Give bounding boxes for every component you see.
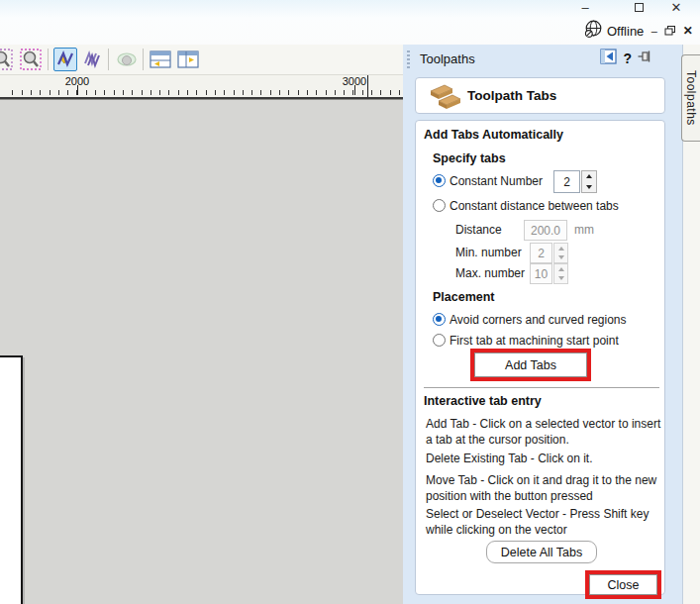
window-close-button[interactable]: ✕ xyxy=(661,0,691,15)
offline-status-label: Offline xyxy=(607,24,644,39)
interactive-tab-entry-heading: Interactive tab entry xyxy=(424,394,542,408)
toolbar-separator xyxy=(108,49,109,70)
ruler-ticks xyxy=(4,90,400,95)
highlight-box-close: Close xyxy=(585,570,661,599)
section-separator xyxy=(424,387,659,388)
spin-down-button xyxy=(554,253,567,263)
toolbar-separator xyxy=(143,49,144,70)
constant-number-spinner xyxy=(581,170,597,193)
constant-number-input[interactable]: 2 xyxy=(553,170,580,193)
distance-label: Distance xyxy=(455,223,502,237)
document-close-button[interactable]: ✕ xyxy=(681,24,694,38)
max-number-label: Max. number xyxy=(455,266,525,280)
toolpaths-panel: Toolpaths ? xyxy=(403,45,700,604)
distance-input: 200.0 xyxy=(524,220,567,241)
highlight-box-add-tabs: Add Tabs xyxy=(470,349,591,381)
instruction-move-tab: Move Tab - Click on it and drag it to th… xyxy=(426,473,662,504)
panel-grip-handle[interactable] xyxy=(407,50,410,69)
toolbar-separator xyxy=(48,49,49,70)
placement-heading: Placement xyxy=(433,290,495,304)
max-number-input: 10 xyxy=(530,263,552,284)
material-sheet-corner xyxy=(0,355,23,604)
rotate-3d-view-button xyxy=(115,48,139,71)
horizontal-ruler: 2000 3000 xyxy=(0,75,403,99)
delete-all-tabs-button[interactable]: Delete All Tabs xyxy=(486,541,597,563)
constant-number-label[interactable]: Constant Number xyxy=(450,174,543,188)
pin-icon[interactable] xyxy=(638,50,651,67)
2d-view-icon xyxy=(55,50,75,69)
toolpaths-side-tab-label: Toolpaths xyxy=(684,70,698,126)
specify-tabs-heading: Specify tabs xyxy=(433,151,506,165)
dock-panel-icon[interactable] xyxy=(600,49,617,68)
constant-distance-label[interactable]: Constant distance between tabs xyxy=(450,199,619,213)
constant-number-radio[interactable] xyxy=(433,174,446,187)
window-minimize-button[interactable]: – xyxy=(570,0,600,15)
maximize-icon xyxy=(635,3,644,12)
avoid-corners-radio[interactable] xyxy=(433,313,446,326)
close-button[interactable]: Close xyxy=(589,574,657,595)
dialog-title: Toolpath Tabs xyxy=(467,88,556,103)
layout-vertical-button[interactable] xyxy=(176,48,200,71)
min-number-input: 2 xyxy=(530,243,552,263)
spin-up-button xyxy=(554,244,567,253)
toolpath-tabs-icon xyxy=(428,82,463,115)
layout-horizontal-button[interactable] xyxy=(149,48,172,71)
zoom-selection-tool-button[interactable] xyxy=(19,48,43,71)
application-window: – ✕ Offline – xyxy=(0,0,700,604)
3d-rotate-icon xyxy=(116,49,138,70)
ruler-position-marker xyxy=(367,75,368,97)
layout-horizontal-icon xyxy=(150,50,171,68)
drawing-canvas[interactable] xyxy=(0,99,403,604)
first-tab-label[interactable]: First tab at machining start point xyxy=(450,334,619,348)
document-minimize-button[interactable]: – xyxy=(648,25,660,37)
distance-unit-label: mm xyxy=(574,223,594,237)
add-tabs-button[interactable]: Add Tabs xyxy=(474,352,587,377)
toolpaths-side-tab[interactable]: Toolpaths xyxy=(681,54,700,142)
instruction-add-tab: Add Tab - Click on a selected vector to … xyxy=(426,417,662,448)
window-maximize-button[interactable] xyxy=(624,0,653,15)
toolpaths-panel-header: Toolpaths ? xyxy=(403,45,665,74)
first-tab-radio[interactable] xyxy=(433,334,446,347)
min-number-label: Min. number xyxy=(455,246,522,259)
document-restore-button[interactable] xyxy=(664,25,677,37)
toggle-2d-view-button[interactable] xyxy=(53,48,77,71)
spin-down-button[interactable] xyxy=(582,182,596,193)
help-icon[interactable]: ? xyxy=(623,50,632,66)
add-tabs-automatically-heading: Add Tabs Automatically xyxy=(424,128,563,142)
toolpath-tabs-header-card: Toolpath Tabs xyxy=(415,77,665,114)
layout-vertical-icon xyxy=(177,50,199,68)
instruction-delete-tab: Delete Existing Tab - Click on it. xyxy=(426,452,662,467)
vectors-icon xyxy=(82,50,102,69)
constant-distance-radio[interactable] xyxy=(433,199,446,212)
zoom-tool-button[interactable] xyxy=(0,48,14,71)
offline-globe-icon xyxy=(584,20,603,43)
max-number-spinner xyxy=(553,263,568,284)
instruction-select-vector: Select or Deselect Vector - Press Shift … xyxy=(426,507,662,538)
view-toolbar xyxy=(0,45,403,75)
panel-title: Toolpaths xyxy=(420,51,475,66)
toolpath-tabs-form-card: Add Tabs Automatically Specify tabs Cons… xyxy=(415,120,665,595)
titlebar: – ✕ Offline – xyxy=(0,0,700,45)
toggle-vectors-button[interactable] xyxy=(80,48,104,71)
spin-down-button xyxy=(554,274,567,284)
min-number-spinner xyxy=(553,243,568,263)
spin-up-button[interactable] xyxy=(582,171,596,182)
avoid-corners-label[interactable]: Avoid corners and curved regions xyxy=(450,313,627,327)
spin-up-button xyxy=(554,264,567,274)
